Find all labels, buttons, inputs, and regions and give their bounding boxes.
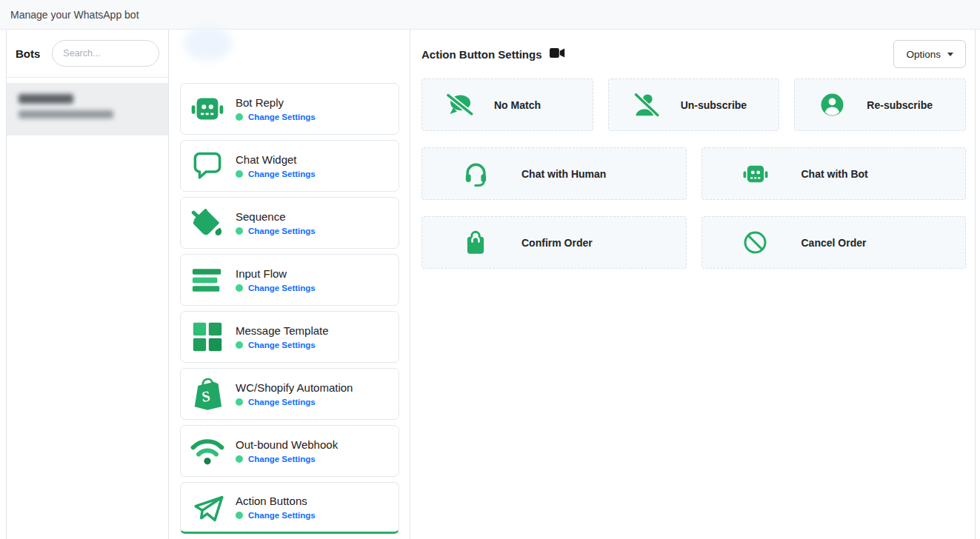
action-label: Confirm Order (521, 237, 593, 249)
feature-title: Message Template (236, 324, 329, 337)
feature-title: Input Flow (236, 267, 316, 280)
robot-icon (741, 163, 770, 185)
shopify-bag-icon: S (190, 377, 224, 412)
sidebar-title: Bots (16, 47, 40, 60)
bot-phone-redacted (19, 110, 113, 118)
ban-icon (741, 230, 770, 255)
change-settings-link[interactable]: Change Settings (248, 455, 316, 463)
feature-column: Bot Reply Change Settings Chat Widget (169, 30, 410, 539)
action-label: Chat with Human (521, 168, 606, 180)
comment-slash-icon (444, 93, 474, 117)
change-settings-link[interactable]: Change Settings (248, 398, 316, 406)
video-camera-icon[interactable] (550, 47, 566, 62)
action-label: Re-subscribe (867, 99, 933, 111)
status-dot (236, 113, 243, 121)
user-circle-icon (817, 93, 847, 117)
robot-icon (190, 92, 224, 127)
action-card-chat-with-human[interactable]: Chat with Human (421, 147, 687, 200)
action-button-settings-panel: Action Button Settings Options (410, 30, 976, 539)
blurred-avatar-blob (184, 27, 233, 61)
action-buttons-row-2: Chat with Human Chat with Bot (421, 147, 966, 200)
feature-card-chat-widget[interactable]: Chat Widget Change Settings (180, 140, 399, 192)
feature-title: Sequence (236, 210, 316, 223)
chat-bubble-icon (190, 149, 224, 184)
search-input[interactable] (52, 40, 159, 67)
feature-card-outbound-webhook[interactable]: Out-bound Webhook Change Settings (180, 425, 399, 477)
status-dot (236, 455, 243, 463)
action-label: Chat with Bot (801, 168, 868, 180)
action-card-re-subscribe[interactable]: Re-subscribe (794, 78, 966, 131)
feature-title: Chat Widget (236, 153, 316, 166)
grid-icon (190, 320, 224, 355)
topbar: Manage your WhatsApp bot (0, 0, 980, 30)
fill-drip-icon (190, 206, 224, 241)
bot-name-redacted (19, 94, 73, 104)
status-dot (236, 284, 243, 292)
change-settings-link[interactable]: Change Settings (248, 170, 316, 178)
action-card-cancel-order[interactable]: Cancel Order (701, 216, 967, 269)
change-settings-link[interactable]: Change Settings (248, 511, 316, 520)
status-dot (236, 170, 243, 178)
action-card-no-match[interactable]: No Match (421, 78, 593, 131)
feature-title: Out-bound Webhook (236, 438, 338, 451)
chevron-down-icon (947, 53, 953, 56)
feature-card-message-template[interactable]: Message Template Change Settings (180, 311, 399, 363)
headset-icon (461, 161, 490, 187)
feature-title: Action Buttons (236, 495, 316, 507)
action-label: Un-subscribe (681, 99, 747, 111)
feature-card-action-buttons[interactable]: Action Buttons Change Settings (180, 482, 399, 534)
bots-sidebar: Bots (6, 30, 169, 539)
feature-card-bot-reply[interactable]: Bot Reply Change Settings (180, 83, 399, 135)
status-dot (236, 341, 243, 349)
wifi-icon (190, 434, 224, 469)
status-dot (236, 398, 243, 406)
feature-card-list: Bot Reply Change Settings Chat Widget (180, 83, 399, 534)
change-settings-link[interactable]: Change Settings (248, 113, 316, 121)
action-card-chat-with-bot[interactable]: Chat with Bot (701, 147, 967, 200)
options-button[interactable]: Options (893, 40, 966, 68)
panel-title: Action Button Settings (421, 48, 541, 61)
action-label: Cancel Order (801, 237, 867, 249)
action-label: No Match (494, 99, 541, 111)
main-content: Bots (0, 30, 980, 539)
shopping-bag-icon (461, 230, 490, 255)
status-dot (236, 512, 243, 519)
status-dot (236, 227, 243, 235)
panel-header: Action Button Settings Options (421, 40, 966, 68)
user-slash-icon (631, 93, 661, 118)
change-settings-link[interactable]: Change Settings (248, 341, 316, 349)
feature-card-shopify-automation[interactable]: S WC/Shopify Automation Change Settings (180, 368, 399, 420)
page-title: Manage your WhatsApp bot (10, 9, 139, 21)
bot-list-item-selected[interactable] (7, 83, 168, 135)
bars-icon (190, 263, 224, 298)
change-settings-link[interactable]: Change Settings (248, 227, 316, 235)
feature-card-input-flow[interactable]: Input Flow Change Settings (180, 254, 399, 306)
paper-plane-icon (190, 490, 224, 525)
sidebar-header: Bots (7, 30, 168, 78)
action-card-un-subscribe[interactable]: Un-subscribe (608, 78, 780, 131)
feature-title: Bot Reply (236, 96, 316, 109)
feature-card-sequence[interactable]: Sequence Change Settings (180, 197, 399, 249)
feature-title: WC/Shopify Automation (236, 381, 353, 394)
change-settings-link[interactable]: Change Settings (248, 284, 316, 292)
action-buttons-row-3: Confirm Order Cancel Order (421, 216, 966, 269)
options-button-label: Options (906, 49, 941, 60)
action-card-confirm-order[interactable]: Confirm Order (421, 216, 687, 269)
action-buttons-row-1: No Match Un-subscribe (421, 78, 966, 131)
